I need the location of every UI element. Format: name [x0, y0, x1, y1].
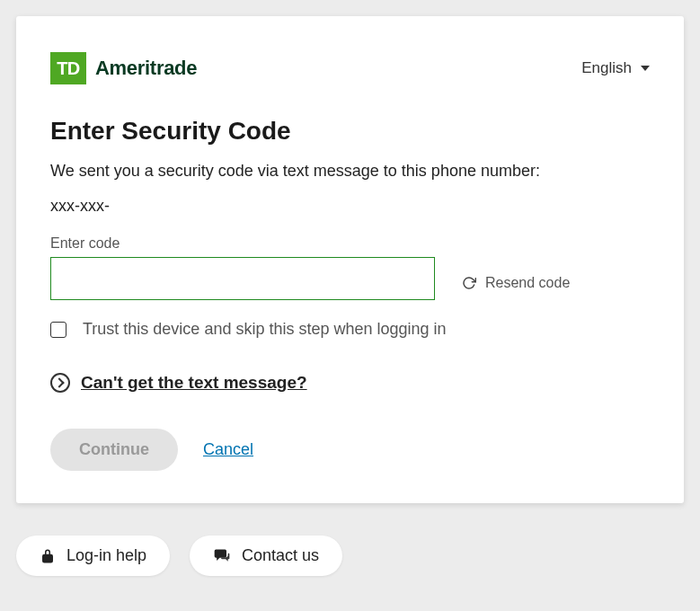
trust-device-checkbox[interactable] — [50, 322, 66, 338]
continue-button[interactable]: Continue — [50, 429, 178, 471]
action-buttons: Continue Cancel — [50, 429, 650, 471]
td-logo-box: TD — [50, 52, 86, 84]
trust-device-row[interactable]: Trust this device and skip this step whe… — [50, 320, 650, 339]
login-help-label: Log-in help — [66, 546, 146, 565]
language-label: English — [581, 59, 632, 77]
brand-logo: TD Ameritrade — [50, 52, 197, 84]
resend-code-button[interactable]: Resend code — [462, 275, 570, 291]
contact-us-label: Contact us — [242, 546, 319, 565]
lock-icon — [40, 547, 56, 565]
chat-icon — [213, 547, 231, 565]
cancel-link[interactable]: Cancel — [203, 440, 253, 459]
cant-get-text-link[interactable]: Can't get the text message? — [81, 373, 307, 393]
security-code-card: TD Ameritrade English Enter Security Cod… — [16, 16, 684, 503]
card-header: TD Ameritrade English — [50, 52, 650, 84]
code-entry-row: Enter code Resend code — [50, 235, 650, 300]
code-column: Enter code — [50, 235, 435, 300]
refresh-icon — [462, 276, 476, 290]
security-code-input[interactable] — [50, 257, 435, 300]
login-help-button[interactable]: Log-in help — [16, 536, 170, 576]
caret-down-icon — [641, 66, 650, 71]
language-selector[interactable]: English — [581, 59, 650, 77]
page-title: Enter Security Code — [50, 117, 650, 146]
code-input-label: Enter code — [50, 235, 435, 252]
instruction-text: We sent you a security code via text mes… — [50, 162, 650, 181]
trust-device-label: Trust this device and skip this step whe… — [83, 320, 447, 339]
cant-get-text-row[interactable]: Can't get the text message? — [50, 373, 650, 393]
footer-buttons: Log-in help Contact us — [16, 536, 684, 576]
masked-phone-number: xxx-xxx- — [50, 197, 650, 216]
contact-us-button[interactable]: Contact us — [190, 536, 342, 576]
chevron-right-circle-icon — [50, 373, 70, 393]
brand-name: Ameritrade — [95, 57, 197, 80]
resend-label: Resend code — [485, 275, 570, 291]
